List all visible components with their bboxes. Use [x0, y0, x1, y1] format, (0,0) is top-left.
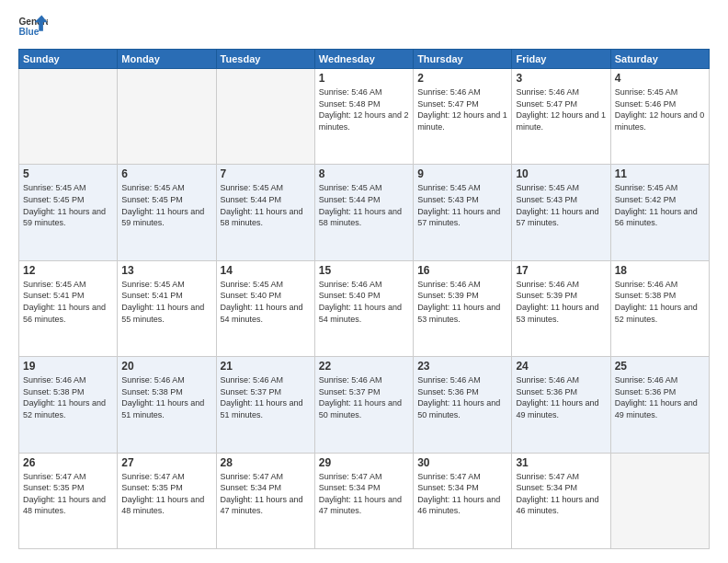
cell-info: Sunrise: 5:45 AM Sunset: 5:40 PM Dayligh…	[221, 279, 311, 325]
day-number: 15	[319, 264, 409, 277]
day-number: 18	[615, 264, 705, 277]
day-number: 20	[121, 360, 211, 373]
cell-info: Sunrise: 5:47 AM Sunset: 5:34 PM Dayligh…	[516, 471, 606, 517]
calendar-cell: 26Sunrise: 5:47 AM Sunset: 5:35 PM Dayli…	[19, 453, 118, 548]
calendar-cell: 24Sunrise: 5:46 AM Sunset: 5:36 PM Dayli…	[512, 357, 610, 453]
day-number: 16	[417, 264, 507, 277]
calendar-cell: 29Sunrise: 5:47 AM Sunset: 5:34 PM Dayli…	[314, 453, 413, 548]
day-number: 26	[23, 456, 113, 469]
day-header-saturday: Saturday	[610, 50, 709, 69]
calendar-cell: 9Sunrise: 5:45 AM Sunset: 5:43 PM Daylig…	[414, 165, 512, 260]
day-number: 2	[417, 72, 507, 85]
day-number: 13	[121, 264, 211, 277]
calendar-table: SundayMondayTuesdayWednesdayThursdayFrid…	[18, 49, 710, 549]
calendar-cell: 30Sunrise: 5:47 AM Sunset: 5:34 PM Dayli…	[414, 453, 512, 548]
calendar-cell: 11Sunrise: 5:45 AM Sunset: 5:42 PM Dayli…	[610, 165, 709, 260]
calendar-cell: 5Sunrise: 5:45 AM Sunset: 5:45 PM Daylig…	[19, 165, 118, 260]
day-number: 6	[121, 167, 211, 180]
day-header-tuesday: Tuesday	[216, 50, 314, 69]
day-header-monday: Monday	[118, 50, 216, 69]
calendar-cell: 18Sunrise: 5:46 AM Sunset: 5:38 PM Dayli…	[610, 260, 709, 356]
logo: General Blue	[18, 14, 48, 40]
cell-info: Sunrise: 5:45 AM Sunset: 5:46 PM Dayligh…	[615, 86, 705, 132]
calendar-cell: 22Sunrise: 5:46 AM Sunset: 5:37 PM Dayli…	[314, 357, 413, 453]
calendar-week-2: 5Sunrise: 5:45 AM Sunset: 5:45 PM Daylig…	[19, 165, 710, 260]
cell-info: Sunrise: 5:46 AM Sunset: 5:48 PM Dayligh…	[319, 86, 409, 132]
day-number: 10	[516, 167, 606, 180]
day-number: 5	[23, 167, 113, 180]
calendar-cell: 4Sunrise: 5:45 AM Sunset: 5:46 PM Daylig…	[610, 69, 709, 165]
day-number: 27	[121, 456, 211, 469]
day-number: 12	[23, 264, 113, 277]
calendar-cell: 1Sunrise: 5:46 AM Sunset: 5:48 PM Daylig…	[314, 69, 413, 165]
cell-info: Sunrise: 5:46 AM Sunset: 5:38 PM Dayligh…	[615, 279, 705, 325]
day-header-wednesday: Wednesday	[314, 50, 413, 69]
day-number: 17	[516, 264, 606, 277]
day-number: 23	[417, 360, 507, 373]
calendar-cell	[118, 69, 216, 165]
cell-info: Sunrise: 5:47 AM Sunset: 5:35 PM Dayligh…	[121, 471, 211, 517]
cell-info: Sunrise: 5:47 AM Sunset: 5:34 PM Dayligh…	[319, 471, 409, 517]
cell-info: Sunrise: 5:46 AM Sunset: 5:36 PM Dayligh…	[516, 374, 606, 420]
cell-info: Sunrise: 5:47 AM Sunset: 5:35 PM Dayligh…	[23, 471, 113, 517]
calendar-cell: 21Sunrise: 5:46 AM Sunset: 5:37 PM Dayli…	[216, 357, 314, 453]
cell-info: Sunrise: 5:46 AM Sunset: 5:47 PM Dayligh…	[516, 86, 606, 132]
calendar-week-1: 1Sunrise: 5:46 AM Sunset: 5:48 PM Daylig…	[19, 69, 710, 165]
day-number: 8	[319, 167, 409, 180]
calendar-cell	[610, 453, 709, 548]
cell-info: Sunrise: 5:45 AM Sunset: 5:43 PM Dayligh…	[417, 182, 507, 228]
cell-info: Sunrise: 5:46 AM Sunset: 5:37 PM Dayligh…	[221, 374, 311, 420]
calendar-cell	[216, 69, 314, 165]
day-header-friday: Friday	[512, 50, 610, 69]
cell-info: Sunrise: 5:45 AM Sunset: 5:43 PM Dayligh…	[516, 182, 606, 228]
day-number: 7	[221, 167, 311, 180]
cell-info: Sunrise: 5:46 AM Sunset: 5:39 PM Dayligh…	[417, 279, 507, 325]
day-number: 3	[516, 72, 606, 85]
day-number: 4	[615, 72, 705, 85]
cell-info: Sunrise: 5:46 AM Sunset: 5:47 PM Dayligh…	[417, 86, 507, 132]
header: General Blue	[18, 14, 710, 40]
logo-icon: General Blue	[18, 14, 48, 40]
day-number: 31	[516, 456, 606, 469]
calendar-cell: 10Sunrise: 5:45 AM Sunset: 5:43 PM Dayli…	[512, 165, 610, 260]
calendar-cell: 3Sunrise: 5:46 AM Sunset: 5:47 PM Daylig…	[512, 69, 610, 165]
day-number: 28	[221, 456, 311, 469]
calendar-cell: 19Sunrise: 5:46 AM Sunset: 5:38 PM Dayli…	[19, 357, 118, 453]
day-number: 9	[417, 167, 507, 180]
day-number: 29	[319, 456, 409, 469]
cell-info: Sunrise: 5:47 AM Sunset: 5:34 PM Dayligh…	[221, 471, 311, 517]
calendar-cell: 28Sunrise: 5:47 AM Sunset: 5:34 PM Dayli…	[216, 453, 314, 548]
day-number: 24	[516, 360, 606, 373]
day-number: 11	[615, 167, 705, 180]
calendar-cell: 2Sunrise: 5:46 AM Sunset: 5:47 PM Daylig…	[414, 69, 512, 165]
cell-info: Sunrise: 5:45 AM Sunset: 5:45 PM Dayligh…	[23, 182, 113, 228]
calendar-cell: 31Sunrise: 5:47 AM Sunset: 5:34 PM Dayli…	[512, 453, 610, 548]
cell-info: Sunrise: 5:46 AM Sunset: 5:37 PM Dayligh…	[319, 374, 409, 420]
day-number: 30	[417, 456, 507, 469]
cell-info: Sunrise: 5:46 AM Sunset: 5:39 PM Dayligh…	[516, 279, 606, 325]
calendar-cell: 13Sunrise: 5:45 AM Sunset: 5:41 PM Dayli…	[118, 260, 216, 356]
cell-info: Sunrise: 5:46 AM Sunset: 5:38 PM Dayligh…	[121, 374, 211, 420]
calendar-cell	[19, 69, 118, 165]
day-number: 25	[615, 360, 705, 373]
calendar-cell: 23Sunrise: 5:46 AM Sunset: 5:36 PM Dayli…	[414, 357, 512, 453]
calendar-cell: 14Sunrise: 5:45 AM Sunset: 5:40 PM Dayli…	[216, 260, 314, 356]
day-header-thursday: Thursday	[414, 50, 512, 69]
calendar-cell: 25Sunrise: 5:46 AM Sunset: 5:36 PM Dayli…	[610, 357, 709, 453]
cell-info: Sunrise: 5:45 AM Sunset: 5:44 PM Dayligh…	[319, 182, 409, 228]
day-header-sunday: Sunday	[19, 50, 118, 69]
cell-info: Sunrise: 5:45 AM Sunset: 5:45 PM Dayligh…	[121, 182, 211, 228]
page: General Blue SundayMondayTuesdayWednesda…	[0, 0, 728, 563]
calendar-header-row: SundayMondayTuesdayWednesdayThursdayFrid…	[19, 50, 710, 69]
calendar-cell: 20Sunrise: 5:46 AM Sunset: 5:38 PM Dayli…	[118, 357, 216, 453]
day-number: 1	[319, 72, 409, 85]
calendar-cell: 12Sunrise: 5:45 AM Sunset: 5:41 PM Dayli…	[19, 260, 118, 356]
svg-text:Blue: Blue	[18, 27, 39, 37]
calendar-cell: 6Sunrise: 5:45 AM Sunset: 5:45 PM Daylig…	[118, 165, 216, 260]
calendar-week-4: 19Sunrise: 5:46 AM Sunset: 5:38 PM Dayli…	[19, 357, 710, 453]
cell-info: Sunrise: 5:45 AM Sunset: 5:41 PM Dayligh…	[23, 279, 113, 325]
cell-info: Sunrise: 5:45 AM Sunset: 5:42 PM Dayligh…	[615, 182, 705, 228]
calendar-cell: 8Sunrise: 5:45 AM Sunset: 5:44 PM Daylig…	[314, 165, 413, 260]
calendar-cell: 17Sunrise: 5:46 AM Sunset: 5:39 PM Dayli…	[512, 260, 610, 356]
cell-info: Sunrise: 5:45 AM Sunset: 5:41 PM Dayligh…	[121, 279, 211, 325]
